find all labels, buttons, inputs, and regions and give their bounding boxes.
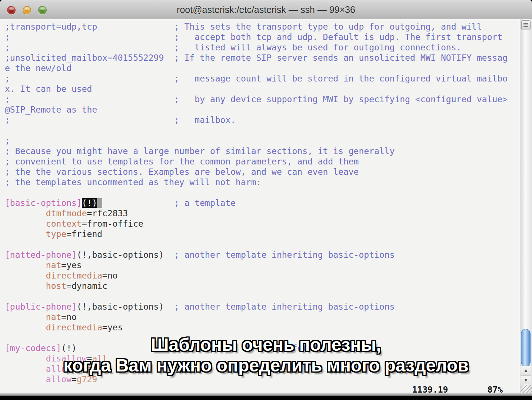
terminal-output: ;transport=udp,tcp ; This sets the trans… — [5, 21, 508, 384]
comment-text: ; the the various sections. Examples are… — [5, 167, 359, 177]
comment-text: ; — [5, 136, 10, 146]
split-pane-icon[interactable] — [521, 20, 531, 30]
video-subtitles: Шаблоны очень полезны, когда Вам нужно о… — [0, 334, 532, 376]
config-key: directmedia — [46, 271, 102, 280]
terminal-line: ; the the various sections. Examples are… — [5, 167, 508, 177]
terminal-line: ; ; message count will be stored in the … — [5, 73, 508, 84]
comment-text: ; a template — [174, 198, 236, 208]
comment-text: e the new/old — [5, 63, 72, 73]
window-title: root@asterisk:/etc/asterisk — ssh — 99×3… — [0, 4, 532, 15]
subtitle-line-2: когда Вам нужно определить много раздело… — [0, 355, 532, 376]
spacer — [10, 115, 174, 125]
comment-text: ; This sets the transport type to udp fo… — [174, 22, 482, 31]
config-key: directmedia — [46, 323, 102, 332]
terminal-line: nat=no — [5, 312, 508, 322]
terminal-line: ; Because you might have a large number … — [5, 146, 508, 156]
code-text: =friend — [66, 229, 102, 239]
config-key: nat — [46, 260, 61, 270]
terminal-line: ; ; mailbox. — [5, 115, 508, 125]
config-key: context — [46, 219, 82, 229]
spacer — [10, 32, 174, 42]
spacer — [5, 209, 46, 218]
spacer — [5, 229, 46, 239]
spacer — [5, 281, 46, 291]
terminal-line: ; ; by any device supporting MWI by spec… — [5, 94, 508, 104]
code-text: =yes — [61, 260, 82, 270]
terminal-line: host=dynamic — [5, 281, 508, 291]
terminal-line: e the new/old — [5, 63, 508, 73]
terminal-line: ; ; listed will always be used for outgo… — [5, 42, 508, 53]
terminal-line: nat=yes — [5, 260, 508, 270]
comment-text: ;unsolicited_mailbox=4015552299 — [5, 53, 164, 63]
terminal-line: ; the templates uncommented as they will… — [5, 177, 508, 187]
code-text: =no — [102, 271, 118, 280]
config-key: host — [46, 281, 66, 291]
comment-text: ; Because you might have a large number … — [5, 146, 395, 156]
code-text: (!,basic-options) — [77, 302, 164, 311]
resize-grip-icon[interactable] — [521, 385, 532, 393]
spacer — [10, 74, 174, 83]
terminal-line — [5, 187, 508, 198]
scroll-down-arrow-icon[interactable]: ▼ — [521, 375, 531, 384]
title-bar: root@asterisk:/etc/asterisk — ssh — 99×3… — [0, 0, 532, 19]
terminal-line: ; — [5, 136, 508, 146]
spacer — [5, 260, 46, 270]
comment-text: ; mailbox. — [174, 115, 236, 125]
subtitle-line-1: Шаблоны очень полезны, — [0, 334, 532, 355]
config-key: nat — [46, 312, 61, 322]
comment-text: @SIP_Remote as the — [5, 105, 97, 114]
terminal-line: [basic-options](!) ; a template — [5, 198, 508, 208]
comment-text: ; — [5, 94, 10, 104]
window-bottom-edge — [0, 393, 532, 396]
terminal-line: [natted-phone](!,basic-options) ; anothe… — [5, 250, 508, 260]
terminal-line: directmedia=yes — [5, 322, 508, 333]
spacer — [10, 43, 174, 52]
comment-text: ; — [5, 32, 10, 42]
code-text: =from-office — [82, 219, 143, 229]
spacer — [10, 94, 174, 104]
comment-text: ; If the remote SIP server sends an unso… — [174, 53, 508, 63]
code-text: =dynamic — [66, 281, 107, 291]
section-name: [public-phone] — [5, 302, 77, 311]
comment-text: ; the templates uncommented as they will… — [5, 177, 261, 187]
terminal-line: ;unsolicited_mailbox=4015552299 ; If the… — [5, 53, 508, 63]
code-text: (!,basic-options) — [77, 250, 164, 260]
spacer — [5, 312, 46, 322]
terminal-line: @SIP_Remote as the — [5, 104, 508, 115]
section-name: [basic-options] — [5, 198, 82, 208]
terminal-line: ; ; accept both tcp and udp. Default is … — [5, 32, 508, 42]
comment-text: ; — [5, 74, 10, 83]
comment-text: ; — [5, 115, 10, 125]
spacer — [5, 323, 46, 332]
spacer — [164, 250, 174, 260]
cursor-position: 1139,19 — [412, 384, 448, 393]
section-name: [natted-phone] — [5, 250, 77, 260]
code-text: =rfc2833 — [87, 209, 128, 218]
terminal-line: [public-phone](!,basic-options) ; anothe… — [5, 301, 508, 312]
terminal-line: directmedia=no — [5, 270, 508, 281]
scroll-percent: 87% — [487, 384, 503, 393]
spacer — [5, 271, 46, 280]
terminal-line: context=from-office — [5, 219, 508, 229]
terminal-line: ; convenient to use templates for the co… — [5, 156, 508, 167]
terminal-line: dtmfmode=rfc2833 — [5, 208, 508, 219]
vim-status-line: -- VISUAL -- 1139,19 87% — [5, 384, 515, 393]
comment-text: x. It can be used — [5, 84, 92, 94]
terminal-line: ;transport=udp,tcp ; This sets the trans… — [5, 21, 508, 32]
comment-text: ; listed will always be used for outgoin… — [174, 43, 461, 52]
comment-text: ; — [5, 43, 10, 52]
spacer — [5, 219, 46, 229]
comment-text: ;transport=udp,tcp — [5, 22, 97, 31]
visual-selection: (!) — [82, 198, 97, 208]
code-text: =yes — [102, 323, 123, 332]
terminal-line — [5, 125, 508, 136]
spacer — [164, 53, 174, 63]
config-key: dtmfmode — [46, 209, 87, 218]
spacer — [97, 22, 174, 31]
terminal-line — [5, 291, 508, 301]
vim-cursor — [97, 198, 102, 208]
spacer — [164, 302, 174, 311]
config-key: type — [46, 229, 66, 239]
terminal-line: type=friend — [5, 229, 508, 239]
terminal-line — [5, 239, 508, 250]
